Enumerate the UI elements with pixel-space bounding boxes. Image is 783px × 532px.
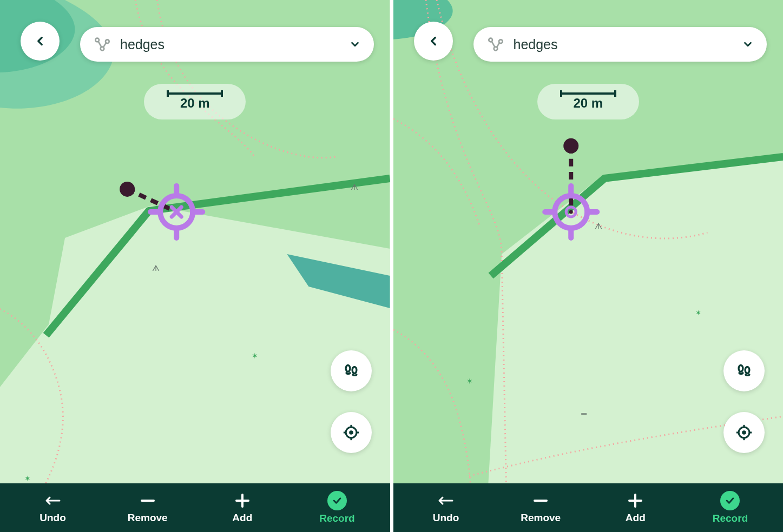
svg-text:═: ═ xyxy=(581,409,587,418)
svg-point-20 xyxy=(350,431,352,434)
svg-point-17 xyxy=(346,365,350,372)
map-canvas-left[interactable]: ᗑ ᗑ ✶ ✶ xyxy=(0,0,390,532)
svg-text:✶: ✶ xyxy=(466,377,473,385)
scale-bar: 20 m xyxy=(144,84,246,119)
svg-point-30 xyxy=(563,138,578,154)
gps-center-button[interactable] xyxy=(723,412,765,453)
remove-button[interactable]: Remove xyxy=(514,491,568,524)
walk-mode-button[interactable] xyxy=(723,350,765,391)
minus-icon xyxy=(140,491,156,510)
svg-point-2 xyxy=(120,182,135,197)
svg-text:✶: ✶ xyxy=(24,474,31,483)
svg-point-14 xyxy=(95,38,99,42)
remove-label: Remove xyxy=(521,512,561,524)
crosshair-icon xyxy=(735,423,753,442)
add-button[interactable]: Add xyxy=(608,491,662,524)
add-label: Add xyxy=(626,512,646,524)
svg-text:✶: ✶ xyxy=(252,351,258,360)
scale-label: 20 m xyxy=(573,96,603,111)
minus-icon xyxy=(532,491,549,510)
undo-button[interactable]: Undo xyxy=(419,491,473,524)
undo-icon xyxy=(436,491,456,510)
layer-label: hedges xyxy=(514,37,742,52)
svg-point-45 xyxy=(739,365,743,372)
bottom-toolbar: Undo Remove Add Record xyxy=(0,483,390,532)
polyline-icon xyxy=(93,35,111,54)
scale-line-icon xyxy=(561,92,615,95)
remove-button[interactable]: Remove xyxy=(121,491,175,524)
scale-bar: 20 m xyxy=(537,84,639,119)
gps-center-button[interactable] xyxy=(331,412,372,453)
chevron-down-icon xyxy=(742,38,754,50)
svg-text:✶: ✶ xyxy=(695,309,701,317)
record-button[interactable]: Record xyxy=(703,491,757,524)
record-check-icon xyxy=(720,491,740,510)
undo-button[interactable]: Undo xyxy=(26,491,80,524)
panel-left: ᗑ ᗑ ✶ ✶ hedges 20 m xyxy=(0,0,390,532)
record-label: Record xyxy=(319,513,354,524)
walk-mode-button[interactable] xyxy=(331,350,372,391)
layer-label: hedges xyxy=(120,37,349,52)
svg-point-37 xyxy=(569,210,573,214)
footsteps-icon xyxy=(734,361,754,381)
undo-label: Undo xyxy=(40,512,66,524)
layer-selector[interactable]: hedges xyxy=(473,27,767,62)
map-canvas-right[interactable]: ᗑ ═ ✶ ✶ xyxy=(393,0,784,532)
svg-point-48 xyxy=(743,431,746,434)
polyline-icon xyxy=(486,35,505,54)
svg-point-18 xyxy=(352,367,357,374)
add-label: Add xyxy=(232,512,252,524)
chevron-down-icon xyxy=(349,38,361,50)
add-button[interactable]: Add xyxy=(215,491,269,524)
bottom-toolbar: Undo Remove Add Record xyxy=(393,483,784,532)
undo-icon xyxy=(43,491,63,510)
chevron-left-icon xyxy=(33,34,47,48)
record-check-icon xyxy=(327,491,347,510)
scale-label: 20 m xyxy=(180,96,210,111)
footsteps-icon xyxy=(341,361,361,381)
svg-text:ᗑ: ᗑ xyxy=(351,182,358,191)
svg-text:ᗑ: ᗑ xyxy=(152,263,160,272)
layer-selector[interactable]: hedges xyxy=(80,27,374,62)
undo-label: Undo xyxy=(433,512,459,524)
plus-icon xyxy=(627,491,643,510)
chevron-left-icon xyxy=(426,34,440,48)
record-label: Record xyxy=(713,513,748,524)
back-button[interactable] xyxy=(414,22,453,61)
crosshair-icon xyxy=(342,423,360,442)
record-button[interactable]: Record xyxy=(310,491,364,524)
back-button[interactable] xyxy=(21,22,60,61)
svg-point-46 xyxy=(745,367,749,374)
svg-text:ᗑ: ᗑ xyxy=(595,221,602,230)
svg-point-42 xyxy=(489,38,492,42)
scale-line-icon xyxy=(168,92,222,95)
panel-right: ᗑ ═ ✶ ✶ hedges 20 m xyxy=(393,0,784,532)
remove-label: Remove xyxy=(128,512,168,524)
plus-icon xyxy=(234,491,251,510)
